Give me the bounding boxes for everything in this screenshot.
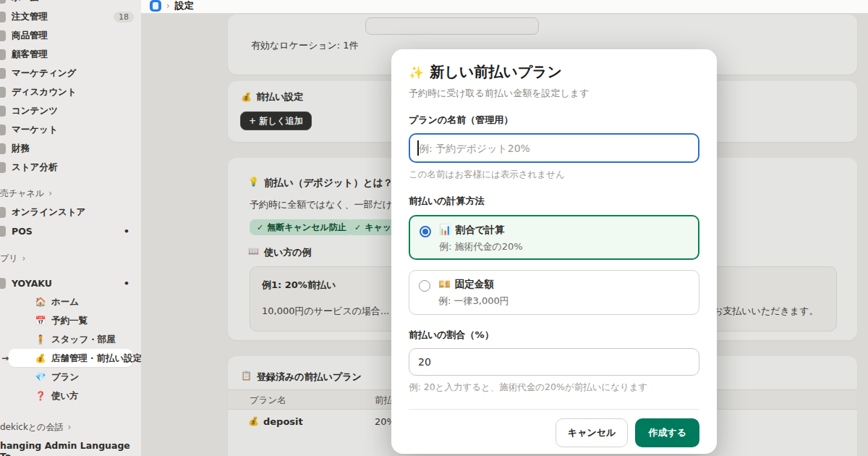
admin-language-link[interactable]: hanging Admin Language To (0, 442, 141, 456)
yoyaku-item-plan[interactable]: 💎 プラン (0, 368, 141, 387)
yoyaku-item-home[interactable]: 🏠 ホーム (0, 292, 141, 311)
sidebar-item-customers[interactable]: 顧客管理 (0, 45, 141, 64)
calendar-icon: 📅 (35, 316, 46, 326)
sidebar-item-content[interactable]: コンテンツ (0, 101, 141, 120)
option-percentage-example: 例: 施術代金の20% (439, 240, 523, 253)
plan-name-label: プランの名前（管理用） (409, 114, 699, 127)
radio-unselected-icon[interactable] (419, 280, 430, 292)
yen-note-icon: 💴 (438, 278, 451, 291)
discounts-icon (0, 87, 6, 98)
home-icon: 🏠 (35, 297, 46, 307)
home-icon (0, 0, 6, 4)
text-caret (417, 140, 419, 156)
sidebar-item-online-store[interactable]: オンラインストア (0, 203, 141, 221)
yoyaku-item-store-prepay-settings[interactable]: → 💰 店舗管理・前払い設定 (0, 349, 141, 368)
sidebar-item-marketing[interactable]: マーケティング (0, 64, 141, 83)
breadcrumb: › 設定 (150, 0, 194, 12)
percent-label: 前払いの割合（%） (409, 329, 699, 342)
markets-icon (0, 124, 6, 135)
option-fixed-example: 例: 一律3,000円 (438, 295, 509, 308)
question-icon: ❓ (35, 391, 46, 401)
create-button[interactable]: 作成する (635, 418, 699, 447)
pos-dot-icon: • (124, 226, 134, 237)
sidebar-item-markets[interactable]: マーケット (0, 120, 141, 139)
customers-icon (0, 49, 6, 60)
screen: ホーム 注文管理 18 商品管理 顧客管理 マーケティング ディスカウント コン… (0, 0, 868, 456)
sidebar-item-discounts[interactable]: ディスカウント (0, 83, 141, 101)
chevron-right-icon: › (67, 422, 71, 432)
radio-selected-icon[interactable] (420, 226, 431, 237)
topbar: › 設定 (141, 0, 868, 13)
yoyaku-item-bookings[interactable]: 📅 予約一覧 (0, 311, 141, 330)
sales-channels-header[interactable]: 売チャネル › (0, 184, 141, 203)
online-store-icon (0, 207, 6, 218)
breadcrumb-settings[interactable]: 設定 (175, 0, 194, 12)
yoyaku-item-help[interactable]: ❓ 使い方 (0, 387, 141, 405)
sidebar-item-pos[interactable]: POS • (0, 221, 141, 240)
option-percentage[interactable]: 📊 割合で計算 例: 施術代金の20% (409, 215, 699, 260)
percent-input[interactable] (409, 348, 699, 376)
new-prepay-plan-modal: ✨ 新しい前払いプラン 予約時に受け取る前払い金額を設定します プランの名前（管… (391, 49, 717, 454)
modal-subtitle: 予約時に受け取る前払い金額を設定します (409, 87, 699, 100)
sidebar-item-finance[interactable]: 財務 (0, 139, 141, 158)
orders-count-badge: 18 (114, 12, 134, 22)
sidekick-chat-link[interactable]: dekickとの会話 › (0, 418, 141, 436)
app-icon[interactable] (150, 0, 161, 12)
sidebar-item-home[interactable]: ホーム (0, 0, 141, 7)
orders-icon (0, 12, 6, 22)
sidebar: ホーム 注文管理 18 商品管理 顧客管理 マーケティング ディスカウント コン… (0, 0, 141, 456)
modal-divider (409, 409, 699, 410)
apps-header[interactable]: プリ › (0, 249, 141, 268)
modal-title: 新しい前払いプラン (430, 62, 562, 82)
yoyaku-dot-icon: • (124, 278, 134, 289)
marketing-icon (0, 68, 6, 79)
gem-icon: 💎 (35, 372, 46, 382)
percent-helper: 例: 20と入力すると、施術代金の20%が前払いになります (409, 381, 699, 394)
money-bag-icon: 💰 (35, 353, 46, 363)
chevron-right-icon: › (48, 188, 52, 198)
yoyaku-item-staff-rooms[interactable]: 🧍 スタッフ・部屋 (0, 330, 141, 349)
finance-icon (0, 143, 6, 154)
analytics-icon (0, 162, 6, 173)
plan-name-input[interactable] (409, 133, 699, 163)
option-fixed-amount[interactable]: 💴 固定金額 例: 一律3,000円 (409, 270, 699, 315)
arrow-right-icon: → (1, 353, 9, 363)
sidebar-item-orders[interactable]: 注文管理 18 (0, 7, 141, 26)
sidebar-item-products[interactable]: 商品管理 (0, 26, 141, 45)
bar-chart-icon: 📊 (439, 224, 451, 237)
sparkles-icon: ✨ (409, 65, 424, 80)
sidebar-item-analytics[interactable]: ストア分析 (0, 158, 141, 177)
plan-name-helper: この名前はお客様には表示されません (409, 169, 699, 181)
cancel-button[interactable]: キャンセル (556, 418, 629, 447)
products-icon (0, 30, 6, 41)
pos-icon (0, 226, 6, 237)
yoyaku-app-icon (0, 278, 6, 289)
sidebar-item-yoyaku[interactable]: YOYAKU • (0, 274, 141, 292)
chevron-right-icon: › (166, 1, 170, 11)
chevron-right-icon: › (22, 253, 26, 263)
calc-method-label: 前払いの計算方法 (409, 195, 699, 208)
content-icon (0, 106, 6, 117)
person-icon: 🧍 (35, 334, 46, 345)
